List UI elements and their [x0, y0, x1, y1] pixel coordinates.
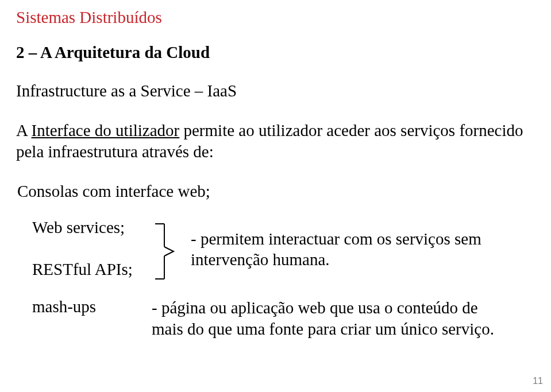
- brace-desc-line2: intervenção humana.: [191, 249, 481, 270]
- intro-paragraph: A Interface do utilizador permite ao uti…: [16, 120, 535, 162]
- bullet-consolas: Consolas com interface web;: [17, 182, 535, 201]
- mashups-label: mash-ups: [32, 297, 96, 316]
- mash-desc-line2: mais do que uma fonte para criar um únic…: [152, 319, 551, 340]
- mashups-description: - página ou aplicação web que usa o cont…: [152, 297, 551, 340]
- brace-row: Web services; RESTful APIs; - permitem i…: [16, 218, 535, 287]
- mash-desc-line1: - página ou aplicação web que usa o cont…: [152, 297, 551, 319]
- bullet-restful-apis: RESTful APIs;: [32, 260, 133, 279]
- slide-page: Sistemas Distribuídos 2 – A Arquitetura …: [0, 0, 551, 392]
- intro-underlined: Interface do utilizador: [32, 121, 180, 139]
- brace-left-items: Web services; RESTful APIs;: [32, 218, 133, 302]
- section-title: 2 – A Arquitetura da Cloud: [16, 43, 535, 62]
- intro-prefix: A: [16, 121, 32, 139]
- bullet-web-services: Web services;: [32, 218, 133, 237]
- brace-desc-line1: - permitem interactuar com os serviços s…: [191, 228, 481, 249]
- subsection-title: Infrastructure as a Service – IaaS: [16, 81, 535, 100]
- course-header: Sistemas Distribuídos: [16, 8, 535, 27]
- page-number: 11: [533, 376, 543, 386]
- brace-description: - permitem interactuar com os serviços s…: [191, 228, 481, 270]
- curly-brace-icon: [152, 220, 180, 282]
